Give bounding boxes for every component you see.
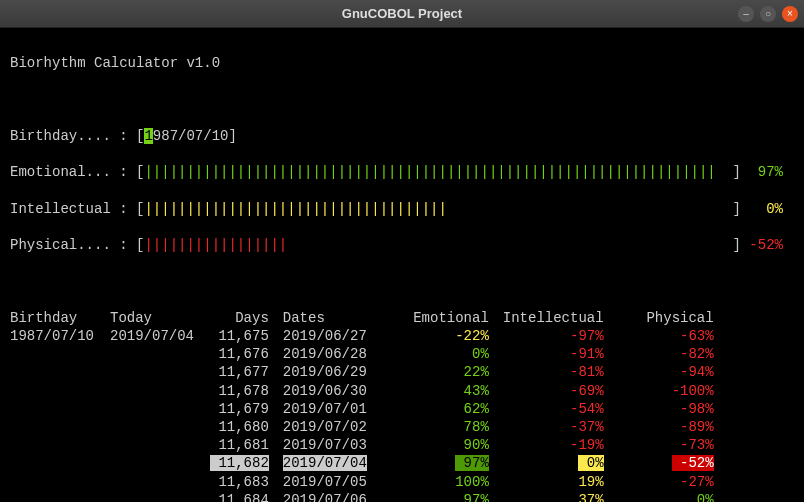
birthday-input-row[interactable]: Birthday.... : [1987/07/10] — [10, 127, 794, 145]
table-row: 11,6782019/06/3043%-69%-100% — [10, 382, 728, 400]
terminal: Biorhythm Calculator v1.0 Birthday.... :… — [0, 28, 804, 502]
data-table: BirthdayTodayDaysDatesEmotionalIntellect… — [10, 309, 728, 502]
table-row: 11,6772019/06/2922%-81%-94% — [10, 363, 728, 381]
close-icon[interactable]: × — [782, 6, 798, 22]
app-title: Biorhythm Calculator v1.0 — [10, 54, 794, 72]
table-row: 11,6812019/07/0390%-19%-73% — [10, 436, 728, 454]
table-row: 11,6842019/07/0697%37%0% — [10, 491, 728, 502]
emotional-bar: ||||||||||||||||||||||||||||||||||||||||… — [144, 164, 715, 180]
maximize-icon[interactable]: ○ — [760, 6, 776, 22]
table-header: BirthdayTodayDaysDatesEmotionalIntellect… — [10, 309, 728, 327]
cursor: 1 — [144, 128, 152, 144]
table-row: 1987/07/102019/07/0411,6752019/06/27-22%… — [10, 327, 728, 345]
emotional-value: 97% — [758, 164, 783, 180]
intellectual-value: 0% — [766, 201, 783, 217]
table-row: 11,6792019/07/0162%-54%-98% — [10, 400, 728, 418]
physical-value: -52% — [749, 237, 783, 253]
table-row: 11,6802019/07/0278%-37%-89% — [10, 418, 728, 436]
physical-bar: ||||||||||||||||| — [144, 237, 287, 253]
titlebar: GnuCOBOL Project – ○ × — [0, 0, 804, 28]
window-controls: – ○ × — [738, 6, 798, 22]
emotional-bar-row: Emotional... : [||||||||||||||||||||||||… — [10, 163, 794, 181]
intellectual-bar-row: Intellectual : [||||||||||||||||||||||||… — [10, 200, 794, 218]
minimize-icon[interactable]: – — [738, 6, 754, 22]
window-title: GnuCOBOL Project — [342, 6, 462, 21]
table-row: 11,6762019/06/280%-91%-82% — [10, 345, 728, 363]
table-row: 11,6822019/07/04 97% 0% -52% — [10, 454, 728, 472]
intellectual-bar: |||||||||||||||||||||||||||||||||||| — [144, 201, 446, 217]
physical-bar-row: Physical.... : [||||||||||||||||| ] -52% — [10, 236, 794, 254]
table-row: 11,6832019/07/05100%19%-27% — [10, 473, 728, 491]
